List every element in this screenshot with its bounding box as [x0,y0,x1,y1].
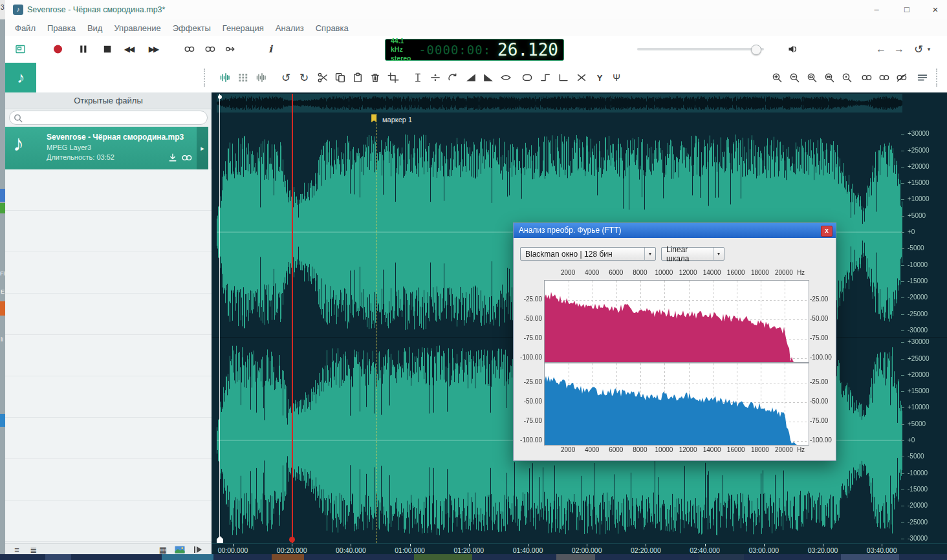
download-button[interactable] [165,150,180,166]
taskbar-strip [0,554,947,560]
window-titlebar[interactable]: ♪ Sevenrose - Чёрная смородина.mp3* – □ … [5,0,947,19]
split-button[interactable] [428,70,443,85]
undo-button[interactable]: ↺ [278,70,294,85]
thumbnail-toggle-button[interactable]: ▦ [155,542,171,554]
amplitude-tick [901,167,904,167]
curve-psi-button[interactable]: Ψ [609,70,624,85]
file-note-icon: ♪ [13,131,24,156]
zoom-vertical-button[interactable] [840,70,855,85]
view-split-button[interactable] [254,70,269,85]
amplitude-tick-label: +15000 [908,179,930,186]
amplitude-tick-label: -30000 [908,535,928,542]
zoom-in-button[interactable] [770,70,785,85]
play-key-button[interactable] [223,41,239,57]
menu-item-6[interactable]: Анализ [270,21,310,35]
collapse-panel-button[interactable] [190,542,206,554]
fft-freq-tick: 2000 [556,269,580,276]
curve-linear-button[interactable] [556,70,571,85]
maximize-button[interactable]: □ [894,0,920,19]
sidebar-footer: ≡≣▦ [5,543,212,554]
record-button[interactable] [50,41,66,57]
close-button[interactable]: × [922,0,947,19]
marker-flag[interactable] [369,113,380,124]
fast-forward-button[interactable]: ▶▶ [144,41,163,57]
fft-window-combo[interactable]: Blackman окно | 128 бин ▾ [520,247,656,261]
zoom-fit-button[interactable] [822,70,838,85]
menu-item-5[interactable]: Генерация [217,21,270,35]
history-caret[interactable]: ▾ [925,41,933,57]
file-list-item[interactable]: ♪ Sevenrose - Чёрная смородина.mp3 MPEG … [5,127,208,169]
layout-list-button[interactable]: ≡ [9,542,25,554]
curve-step-button[interactable] [538,70,553,85]
toolbar-grip-icon[interactable] [204,69,207,87]
file-list-empty-row [5,211,212,252]
fft-freq-unit: Hz [792,446,810,453]
volume-slider-track[interactable] [637,48,764,50]
curve-y-button[interactable]: Y [592,70,607,85]
fft-db-tick: -50.00 [516,398,542,405]
volume-slider-thumb[interactable] [751,45,761,55]
time-tick-label: 02:20.000 [626,546,665,554]
track-overview[interactable] [217,94,902,113]
normalize-button[interactable] [498,70,514,85]
mute-button[interactable] [785,41,801,57]
panel-menu-button[interactable] [915,70,930,85]
card-expand-strip[interactable]: ▸ [197,127,208,169]
fft-close-button[interactable]: x [821,226,833,237]
selection-start-handle[interactable] [218,95,222,99]
fft-dialog-titlebar[interactable]: Анализ преобр. Фурье (FTT) [514,223,836,238]
marker-label[interactable]: маркер 1 [382,116,412,124]
image-preview-button[interactable] [172,542,188,554]
fade-in-button[interactable] [463,70,479,85]
info-button[interactable]: i [263,41,278,57]
file-list-empty-row [5,376,212,418]
curve-cross-button[interactable] [574,70,589,85]
copy-button[interactable] [332,70,348,85]
view-spectrogram-button[interactable] [235,70,251,85]
toolbar-grip-icon[interactable] [936,69,939,87]
menu-item-0[interactable]: Файл [9,21,41,35]
selection-mode-button[interactable] [13,41,28,57]
loop-selection-button[interactable] [202,41,218,57]
crop-button[interactable] [386,70,401,85]
marker-line[interactable] [376,114,376,543]
time-display: 44.1 kHz stereo -0000:00: 26.120 [385,39,564,61]
delete-button[interactable] [367,70,383,85]
nav-back-button[interactable]: ← [873,41,889,57]
zoom-selection-button[interactable] [805,70,820,85]
amplitude-tick-label: -20000 [908,294,928,301]
redo-button[interactable]: ↻ [296,70,312,85]
menu-item-2[interactable]: Вид [82,21,109,35]
pause-button[interactable] [76,41,91,57]
invert-button[interactable] [445,70,461,85]
selection-start-line[interactable] [219,94,220,543]
amplitude-tick-label: -10000 [908,261,928,268]
link-channels-button[interactable] [859,70,875,85]
share-button[interactable] [179,150,195,166]
fft-scale-combo[interactable]: Linear шкала ▾ [661,247,724,261]
cut-button[interactable] [315,70,331,85]
playhead-pin[interactable] [289,537,295,543]
menu-item-7[interactable]: Справка [310,21,354,35]
search-input[interactable] [27,112,204,125]
menu-item-4[interactable]: Эффекты [167,21,217,35]
link-zoom-button[interactable] [876,70,892,85]
minimize-button[interactable]: – [864,0,889,19]
paste-button[interactable] [350,70,365,85]
trim-button[interactable] [410,70,426,85]
rewind-button[interactable]: ◀◀ [119,41,138,57]
layout-detail-button[interactable]: ≣ [26,542,41,554]
timeline-ruler[interactable]: 00:00.00000:20.00000:40.00001:00.00001:2… [212,543,947,554]
fade-out-button[interactable] [481,70,496,85]
nav-forward-button[interactable]: → [891,41,907,57]
zoom-out-button[interactable] [787,70,803,85]
view-waveform-button[interactable] [217,70,233,85]
smooth-button[interactable] [519,70,535,85]
link-scroll-button[interactable] [894,70,909,85]
loop-button[interactable] [182,41,197,57]
menu-item-1[interactable]: Правка [41,21,82,35]
history-button[interactable]: ↺ [911,41,926,57]
stop-button[interactable] [100,41,115,57]
menu-item-3[interactable]: Управление [108,21,166,35]
playhead-line[interactable] [292,94,293,543]
